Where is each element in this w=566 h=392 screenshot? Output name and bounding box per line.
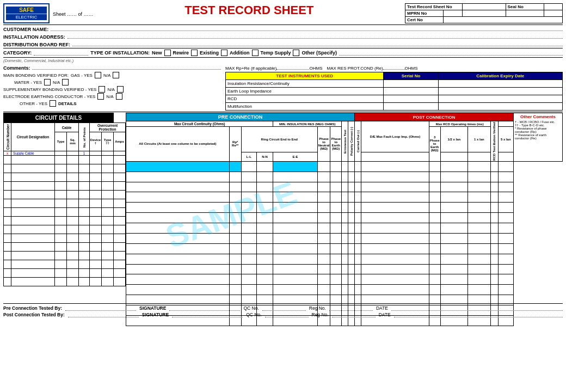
x5-header: 5 x Ian <box>498 127 513 152</box>
installation-row: INSTALLATION ADDRESS: <box>3 33 563 40</box>
mprn-1[interactable] <box>444 10 463 17</box>
meas-row-6 <box>126 213 563 223</box>
supply-na3[interactable]: N/A <box>273 161 317 171</box>
pre-reg-value[interactable] <box>329 305 373 311</box>
instrument-serial-3[interactable] <box>384 95 438 103</box>
pre-date-value[interactable] <box>391 305 563 311</box>
instrument-cal-1[interactable] <box>438 80 562 88</box>
supply-cable-device[interactable] <box>90 151 102 155</box>
pre-date-label: DATE <box>376 305 388 311</box>
supply-cable-sqmm[interactable] <box>67 151 79 155</box>
supply-erroneous[interactable] <box>342 161 348 171</box>
supply-nn[interactable] <box>256 161 273 171</box>
other-yes-checkbox[interactable] <box>50 100 56 107</box>
post-sig-value[interactable] <box>172 312 243 317</box>
instrument-cal-2[interactable] <box>438 88 562 95</box>
supply-half-x[interactable] <box>429 161 440 171</box>
seal-no-value[interactable] <box>544 4 563 10</box>
water-na-checkbox[interactable] <box>62 79 69 85</box>
supply-na1[interactable]: N/A <box>126 161 230 171</box>
post-reg-value[interactable] <box>332 312 376 317</box>
supply-rcd-test[interactable] <box>490 161 498 171</box>
x5-col <box>498 152 513 162</box>
main-bonding-label: MAIN BONDING VERIFIED FOR: <box>3 73 69 78</box>
addition-checkbox[interactable] <box>252 50 259 56</box>
circuit-designation-header: Circuit Designation <box>11 123 55 151</box>
supp-na-checkbox[interactable] <box>117 86 124 93</box>
supply-polarity[interactable] <box>348 161 355 171</box>
other-specify-label: Other (Specify) <box>302 50 337 56</box>
pre-connection-header: PRE CONNECTION <box>126 113 355 121</box>
rewire-checkbox[interactable] <box>191 50 198 56</box>
water-label: WATER - YES <box>14 80 42 85</box>
footer-section: Pre Connection Tested By: SIGNATURE QC N… <box>3 303 563 317</box>
instrument-cal-3[interactable] <box>438 95 562 103</box>
new-checkbox[interactable] <box>164 50 171 56</box>
instrument-cal-4[interactable] <box>438 103 562 111</box>
max-res-value[interactable] <box>383 64 405 70</box>
supply-comments[interactable] <box>498 161 513 171</box>
test-record-no-value[interactable] <box>462 4 506 10</box>
rcd-test-header: RCD Test Button Verified <box>490 121 498 162</box>
supply-phase-earth[interactable] <box>330 161 342 171</box>
post-sig-label: SIGNATURE <box>142 312 169 317</box>
supply-x5[interactable] <box>468 161 490 171</box>
electrode-label: ELECTRODE EARTHING CONDUCTOR - YES <box>3 94 95 99</box>
pre-tested-value[interactable] <box>65 305 136 311</box>
supply-x1[interactable] <box>440 161 468 171</box>
supplementary-label: SUPPLEMENTARY BONDING VERIFIED - YES <box>3 87 96 92</box>
instrument-serial-1[interactable] <box>384 80 438 88</box>
meas-row-7 <box>126 223 563 234</box>
rewire-label: Rewire <box>173 50 189 56</box>
domestic-note: (Domestic, Commercial, Industrial etc.) <box>3 58 563 64</box>
cert-no-value[interactable] <box>444 17 563 23</box>
post-date-value[interactable] <box>394 312 563 317</box>
comments-value[interactable] <box>32 64 221 70</box>
device-header: Device † <box>90 132 102 151</box>
electrode-na-checkbox[interactable] <box>116 93 122 100</box>
supply-cable-type-tt[interactable] <box>102 151 114 155</box>
gas-yes-checkbox[interactable] <box>95 72 101 78</box>
water-yes-checkbox[interactable] <box>44 79 51 85</box>
supply-phase-neutral[interactable] <box>317 161 330 171</box>
supply-de[interactable] <box>361 161 429 171</box>
pre-footer-row: Pre Connection Tested By: SIGNATURE QC N… <box>3 305 563 311</box>
supply-ll[interactable] <box>241 161 256 171</box>
polarity-header: Polarity Correct (-) <box>348 121 355 162</box>
pre-sig-value[interactable] <box>169 305 240 311</box>
distribution-value[interactable] <box>72 41 563 46</box>
cert-no-label: Cert No <box>405 17 444 23</box>
instrument-serial-2[interactable] <box>384 88 438 95</box>
post-tested-value[interactable] <box>68 312 139 317</box>
mprn-2[interactable] <box>462 10 506 17</box>
mprn-3[interactable] <box>506 10 544 17</box>
customer-name-value[interactable] <box>51 26 563 31</box>
supply-cable-points: 1 <box>79 151 90 155</box>
supp-yes-checkbox[interactable] <box>99 86 105 93</box>
supply-cable-amps[interactable] <box>114 151 126 155</box>
page: SAMPLE SAFE ELECTRIC Sheet …… of …… TEST… <box>0 0 566 392</box>
gas-na-checkbox[interactable] <box>113 72 119 78</box>
data-row-9 <box>4 216 126 225</box>
bonding-section: MAIN BONDING VERIFIED FOR: GAS - YES N/A… <box>3 72 221 107</box>
mprn-4[interactable] <box>544 10 563 17</box>
logo: SAFE ELECTRIC <box>3 3 50 23</box>
installation-value[interactable] <box>67 33 563 39</box>
electrode-yes-checkbox[interactable] <box>97 93 104 100</box>
other-specify-value[interactable] <box>339 50 563 56</box>
category-row: CATEGORY: TYPE OF INSTALLATION: New Rewi… <box>3 48 563 58</box>
temp-checkbox[interactable] <box>293 50 299 56</box>
existing-checkbox[interactable] <box>221 50 227 56</box>
pre-qc-label: QC No. <box>243 305 259 311</box>
supply-cable-type[interactable] <box>55 151 67 155</box>
max-value[interactable] <box>276 64 309 70</box>
distribution-label: DISTRIBUTION BOARD REF: <box>3 42 70 47</box>
test-record-no-label: Test Record Sheet No <box>405 4 463 10</box>
post-qc-value[interactable] <box>265 312 309 317</box>
supply-carried[interactable] <box>355 161 361 171</box>
category-value[interactable] <box>34 50 88 56</box>
instrument-serial-4[interactable] <box>384 103 438 111</box>
supply-na2[interactable]: N/A <box>229 161 241 171</box>
pre-qc-value[interactable] <box>262 305 306 311</box>
phase-neutral-header: Phase to Neutral (MΩ) <box>317 127 330 162</box>
